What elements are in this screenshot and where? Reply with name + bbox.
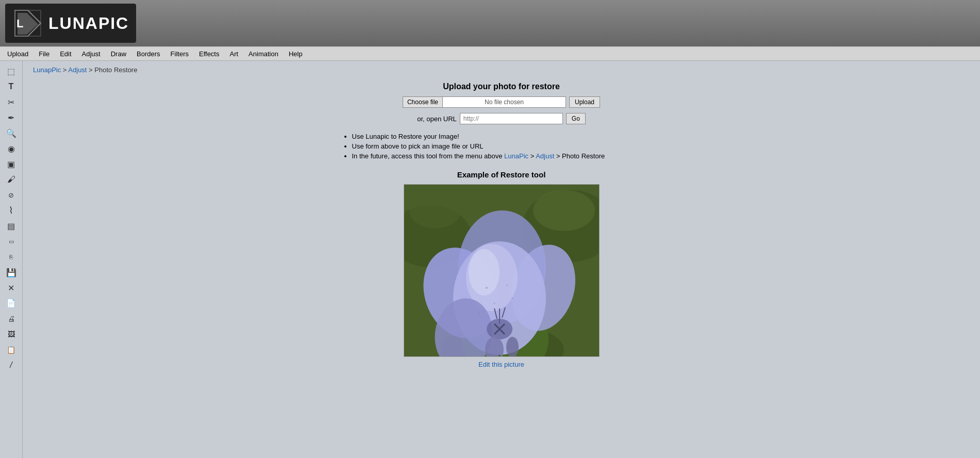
info-item-2: Use form above to pick an image file or … [352, 142, 661, 150]
nav-upload[interactable]: Upload [2, 48, 34, 60]
nav-file[interactable]: File [34, 48, 55, 60]
nav-effects[interactable]: Effects [194, 48, 225, 60]
file-input-row: Choose file No file chosen Upload [33, 96, 970, 108]
print-tool[interactable]: 🖨 [4, 312, 19, 326]
flower-image [404, 185, 600, 357]
edit-picture-link[interactable]: Edit this picture [33, 361, 970, 368]
scissors-tool[interactable]: ✂ [4, 95, 19, 109]
nav-adjust[interactable]: Adjust [77, 48, 106, 60]
logo-text: LUNAPIC [48, 14, 129, 33]
info-list: Use Lunapic to Restore your Image! Use f… [342, 133, 661, 160]
upload-section: Upload your photo for restore Choose fil… [33, 82, 970, 124]
info-lunapic-link[interactable]: LunaPic [504, 152, 528, 160]
svg-point-28 [478, 313, 480, 315]
nav-art[interactable]: Art [224, 48, 243, 60]
nav-borders[interactable]: Borders [131, 48, 165, 60]
example-title: Example of Restore tool [33, 170, 970, 179]
paint-brush-tool[interactable]: 🖌 [4, 172, 19, 187]
crop-tool[interactable]: ▣ [4, 157, 19, 171]
info-item-1: Use Lunapic to Restore your Image! [352, 133, 661, 140]
svg-text:L: L [16, 17, 23, 30]
selection-tool[interactable]: ⬚ [4, 64, 19, 78]
breadcrumb-current: Photo Restore [94, 66, 137, 74]
new-file-tool[interactable]: 📄 [4, 296, 19, 310]
nav-edit[interactable]: Edit [55, 48, 76, 60]
nav-draw[interactable]: Draw [106, 48, 131, 60]
svg-point-27 [511, 297, 513, 299]
logo: L LUNAPIC [5, 4, 136, 43]
nav-filters[interactable]: Filters [165, 48, 194, 60]
choose-file-button[interactable]: Choose file [403, 96, 442, 108]
breadcrumb-adjust[interactable]: Adjust [68, 66, 87, 74]
breadcrumb-sep1: > [63, 66, 69, 74]
main-layout: ⬚ T ✂ ✒ 🔍 ◉ ▣ 🖌 ⊘ ⌇ ▤ ▭ ⎘ 💾 ✕ 📄 🖨 🖼 📋 / … [0, 61, 980, 458]
go-button[interactable]: Go [566, 113, 586, 124]
close-tool[interactable]: ✕ [4, 281, 19, 295]
zoom-tool[interactable]: 🔍 [4, 126, 19, 140]
upload-title: Upload your photo for restore [33, 82, 970, 91]
gallery2-tool[interactable]: 📋 [4, 342, 19, 357]
svg-point-33 [409, 192, 461, 228]
url-input[interactable] [460, 113, 563, 124]
breadcrumb-sep2: > [89, 66, 94, 74]
layers-tool[interactable]: ▤ [4, 219, 19, 233]
sidebar: ⬚ T ✂ ✒ 🔍 ◉ ▣ 🖌 ⊘ ⌇ ▤ ▭ ⎘ 💾 ✕ 📄 🖨 🖼 📋 / [0, 61, 23, 458]
logo-icon: L [12, 8, 43, 39]
nav-animation[interactable]: Animation [243, 48, 284, 60]
svg-point-16 [469, 249, 500, 296]
file-name-display: No file chosen [442, 96, 566, 108]
example-section: Example of Restore tool [33, 170, 970, 368]
info-adjust-link[interactable]: Adjust [536, 152, 554, 160]
breadcrumb-lunapic[interactable]: LunapPic [33, 66, 61, 74]
header: L LUNAPIC [0, 0, 980, 46]
stamp-tool[interactable]: ⎘ [4, 250, 19, 264]
nav-bar: Upload File Edit Adjust Draw Borders Fil… [0, 46, 980, 61]
svg-point-30 [506, 337, 519, 357]
info-item-3: In the future, access this tool from the… [352, 152, 661, 160]
content-area: LunapPic > Adjust > Photo Restore Upload… [23, 61, 980, 458]
eraser-tool[interactable]: ▭ [4, 234, 19, 249]
text-tool[interactable]: T [4, 79, 19, 94]
gallery1-tool[interactable]: 🖼 [4, 327, 19, 341]
url-row: or, open URL Go [33, 113, 970, 124]
nav-help[interactable]: Help [284, 48, 308, 60]
dropper-tool[interactable]: ⊘ [4, 188, 19, 202]
url-label: or, open URL [417, 115, 457, 123]
fill-tool[interactable]: ◉ [4, 141, 19, 156]
breadcrumb: LunapPic > Adjust > Photo Restore [33, 66, 970, 74]
svg-point-24 [486, 287, 488, 289]
svg-point-25 [506, 285, 508, 286]
example-image-container [404, 184, 600, 357]
svg-point-26 [493, 303, 495, 304]
svg-point-32 [533, 190, 595, 231]
save-tool[interactable]: 💾 [4, 265, 19, 280]
brush-thin-tool[interactable]: ⌇ [4, 203, 19, 218]
pen-tool[interactable]: ✒ [4, 110, 19, 125]
upload-button[interactable]: Upload [569, 96, 600, 108]
line-tool[interactable]: / [4, 358, 19, 372]
